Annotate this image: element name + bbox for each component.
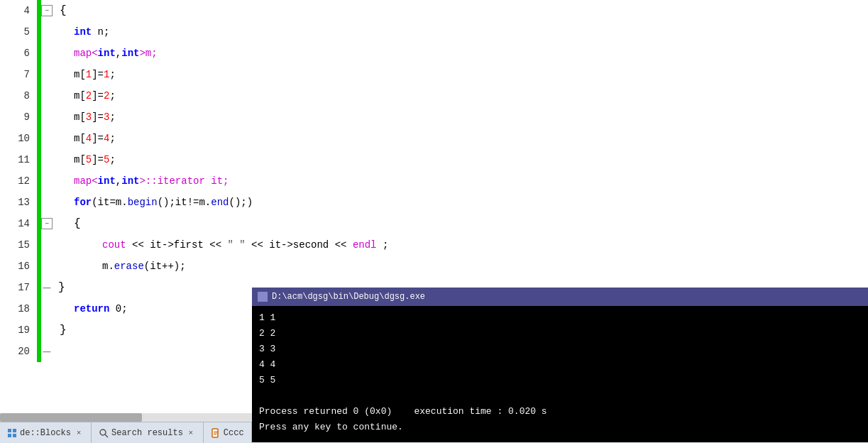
line-number: 6: [0, 48, 37, 59]
svg-rect-2: [8, 434, 11, 437]
terminal-output-line: 1 1: [259, 310, 861, 326]
tab-close-button[interactable]: ×: [186, 428, 196, 438]
tab-label: de::Blocks: [20, 428, 71, 438]
code-text: for(it=m.begin();it!=m.end();): [74, 192, 253, 213]
tab-label: Cccc: [224, 428, 244, 438]
code-line-5: 5 int n;: [0, 21, 868, 43]
line-number: 10: [0, 133, 37, 144]
code-text: }: [60, 324, 67, 337]
line-number: 19: [0, 324, 37, 336]
code-text: m[5]=5;: [74, 149, 116, 170]
code-text: map<int,int>::iterator it;: [74, 170, 229, 192]
svg-rect-0: [8, 429, 11, 432]
line-number: 4: [0, 5, 37, 16]
line-number: 13: [0, 197, 37, 208]
tab-label: Search results: [111, 428, 183, 438]
code-line-16: 16 m.erase(it++);: [0, 256, 868, 277]
code-text: m[4]=4;: [74, 128, 116, 149]
code-line-6: 6 map<int,int>m;: [0, 43, 868, 64]
search-icon: [99, 428, 109, 438]
code-text: map<int,int>m;: [74, 43, 158, 64]
line-number: 7: [0, 69, 37, 80]
code-line-11: 11 m[5]=5;: [0, 149, 868, 170]
terminal-title: D:\acm\dgsg\bin\Debug\dgsg.exe: [272, 292, 425, 302]
scrollbar-thumb[interactable]: [0, 413, 142, 422]
terminal-output-line: 5 5: [259, 373, 861, 388]
line-number: 15: [0, 239, 37, 251]
tab-codeblocks[interactable]: de::Blocks ×: [0, 422, 92, 443]
terminal-titlebar[interactable]: D:\acm\dgsg\bin\Debug\dgsg.exe: [252, 288, 868, 306]
terminal-window: D:\acm\dgsg\bin\Debug\dgsg.exe 1 1 2 2 3…: [252, 288, 868, 442]
code-text: {: [60, 4, 67, 17]
line-number: 9: [0, 111, 37, 123]
tab-close-button[interactable]: ×: [74, 428, 84, 438]
terminal-output-line: 4 4: [259, 357, 861, 373]
terminal-continue-prompt: Press any key to continue.: [259, 420, 861, 435]
terminal-output-line: 2 2: [259, 326, 861, 341]
svg-rect-1: [13, 429, 16, 432]
svg-line-5: [105, 434, 108, 437]
code-text: m[1]=1;: [74, 64, 116, 85]
code-line-7: 7 m[1]=1;: [0, 64, 868, 85]
code-text: int n;: [74, 21, 109, 43]
line-number: 16: [0, 261, 37, 272]
terminal-process-return: Process returned 0 (0x0) execution time …: [259, 404, 861, 420]
code-line-9: 9 m[3]=3;: [0, 106, 868, 128]
line-number: 11: [0, 154, 37, 165]
line-number: 12: [0, 175, 37, 187]
code-text: m[3]=3;: [74, 106, 116, 128]
terminal-output-line: [259, 388, 861, 404]
code-line-13: 13 for(it=m.begin();it!=m.end();): [0, 192, 868, 213]
terminal-body: 1 1 2 2 3 3 4 4 5 5 Process returned 0 (…: [252, 306, 868, 439]
svg-point-4: [100, 430, 106, 435]
code-text: {: [74, 217, 81, 230]
line-number: 14: [0, 218, 37, 229]
terminal-output-line: 3 3: [259, 341, 861, 357]
fold-marker-14[interactable]: −: [41, 218, 53, 229]
line-number: 8: [0, 90, 37, 102]
code-line-10: 10 m[4]=4;: [0, 128, 868, 149]
code-text: m[2]=2;: [74, 85, 116, 106]
code-text: }: [58, 281, 65, 294]
code-line-12: 12 map<int,int>::iterator it;: [0, 170, 868, 192]
svg-rect-3: [13, 434, 16, 437]
tab-cccc[interactable]: Cccc: [204, 422, 252, 443]
terminal-icon: [258, 292, 268, 302]
code-line-15: 15 cout << it->first << " " << it->secon…: [0, 234, 868, 256]
fold-marker[interactable]: −: [41, 5, 53, 16]
line-number: 18: [0, 303, 37, 315]
code-line-8: 8 m[2]=2;: [0, 85, 868, 106]
code-line-4: 4 − {: [0, 0, 868, 21]
tab-search-results[interactable]: Search results ×: [92, 422, 204, 443]
code-text: m.erase(it++);: [102, 256, 186, 277]
line-number: 5: [0, 26, 37, 38]
code-text: return 0;: [74, 298, 128, 319]
line-number: 17: [0, 282, 37, 293]
blocks-icon: [7, 428, 17, 438]
code-text: cout << it->first << " " << it->second <…: [102, 234, 388, 256]
code-line-14: 14 − {: [0, 213, 868, 234]
line-number: 20: [0, 346, 37, 357]
file-icon: [211, 428, 221, 438]
